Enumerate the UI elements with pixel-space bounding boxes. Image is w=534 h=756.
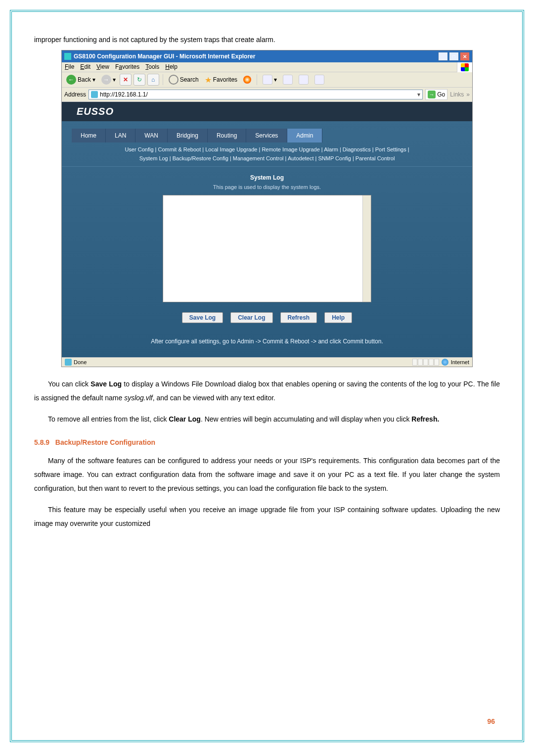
tab-admin[interactable]: Admin [287,129,322,142]
main-tabs: Home LAN WAN Bridging Routing Services A… [72,129,472,142]
favorites-button[interactable]: ★ Favorites [203,74,239,86]
status-icon [65,359,72,366]
page-number: 96 [487,717,495,725]
menu-view[interactable]: View [96,63,109,71]
tab-lan[interactable]: LAN [106,129,135,142]
home-button[interactable]: ⌂ [147,74,159,86]
toolbar-separator [163,74,163,85]
search-icon [169,75,178,85]
tab-services[interactable]: Services [246,129,287,142]
refresh-icon: ↻ [137,76,142,83]
back-button[interactable]: ← Back ▾ [64,74,97,86]
brand-logo: EUSSO [62,102,472,121]
status-text: Done [74,359,87,365]
stop-icon: ✕ [123,76,128,83]
maximize-button[interactable]: □ [449,52,459,61]
paragraph-2: To remove all entries from the list, cli… [34,412,500,426]
clear-log-button[interactable]: Clear Log [230,312,272,323]
window-titlebar: GS8100 Configuration Manager GUI - Micro… [62,50,472,62]
refresh-button[interactable]: Refresh [280,312,317,323]
section-heading: 5.8.9 Backup/Restore Configuration [34,438,500,446]
edit-button[interactable] [312,74,326,86]
links-label[interactable]: Links [450,91,464,98]
back-icon: ← [66,75,76,85]
history-icon [263,75,272,85]
ie-window: GS8100 Configuration Manager GUI - Micro… [61,50,473,367]
stop-button[interactable]: ✕ [120,74,132,86]
address-label: Address [64,91,86,98]
toolbar-separator [257,74,257,85]
address-input[interactable]: http://192.168.1.1/ ▾ [89,90,423,99]
print-button[interactable] [297,74,311,86]
help-button[interactable]: Help [324,312,352,323]
paragraph-1: You can click Save Log to display a Wind… [34,377,500,405]
paragraph-4: This feature may be especially useful wh… [34,503,500,530]
history-button[interactable]: ▾ [261,74,279,86]
tab-routing[interactable]: Routing [208,129,246,142]
tab-wan[interactable]: WAN [135,129,168,142]
address-bar: Address http://192.168.1.1/ ▾ → Go Links… [62,88,472,102]
page-icon [91,91,98,98]
refresh-button[interactable]: ↻ [134,74,145,86]
star-icon: ★ [205,75,212,85]
save-log-button[interactable]: Save Log [182,312,223,323]
go-button[interactable]: → Go [425,89,447,100]
forward-button[interactable]: → ▾ [99,74,118,86]
window-title: GS8100 Configuration Manager GUI - Micro… [74,53,255,60]
links-chevron-icon[interactable]: » [466,91,470,98]
home-icon: ⌂ [151,76,155,83]
close-button[interactable]: ✕ [460,52,470,61]
go-icon: → [428,91,436,98]
page-subheading: This page is used to display the system … [62,184,472,190]
menubar: File Edit View Favorites Tools Help [62,62,457,72]
media-icon [243,76,251,84]
globe-icon [442,359,448,366]
footer-hint: After configure all settings, go to Admi… [62,333,472,350]
log-textarea[interactable] [163,195,371,302]
app-icon [64,53,71,60]
tab-home[interactable]: Home [72,129,106,142]
paragraph-3: Many of the software features can be con… [34,454,500,495]
address-url: http://192.168.1.1/ [100,91,148,98]
media-button[interactable] [241,75,253,85]
forward-icon: → [101,75,111,85]
menu-favorites[interactable]: Favorites [115,63,139,71]
zone-text: Internet [451,359,469,365]
menu-help[interactable]: Help [165,63,178,71]
intro-line: improper functioning and is not captured… [34,34,500,45]
router-ui: EUSSO Home LAN WAN Bridging Routing Serv… [62,102,472,357]
status-bar: Done Internet [62,357,472,367]
mail-button[interactable] [281,74,295,86]
dropdown-icon[interactable]: ▾ [417,91,420,98]
toolbar: ← Back ▾ → ▾ ✕ ↻ ⌂ Search ★ Favorites ▾ [62,72,472,88]
edit-icon [314,75,324,85]
menu-tools[interactable]: Tools [145,63,159,71]
sub-nav[interactable]: User Config | Commit & Reboot | Local Im… [62,142,472,166]
action-row: Save Log Clear Log Refresh Help [62,312,472,323]
windows-flag-icon [457,62,472,72]
search-button[interactable]: Search [167,74,201,86]
mail-icon [283,75,293,85]
print-icon [299,75,309,85]
tab-bridging[interactable]: Bridging [168,129,208,142]
minimize-button[interactable]: _ [438,52,448,61]
progress-indicator [412,359,439,366]
menu-file[interactable]: File [65,63,74,71]
menu-edit[interactable]: Edit [80,63,90,71]
page-heading: System Log [62,174,472,181]
